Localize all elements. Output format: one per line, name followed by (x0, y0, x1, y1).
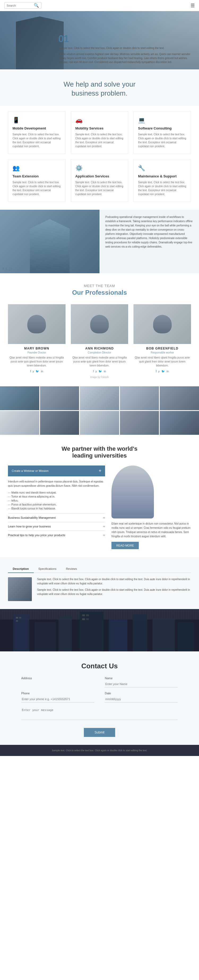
service-title-5: Maintenance & Support (138, 174, 186, 178)
svg-rect-3 (58, 617, 72, 651)
search-bar[interactable]: 🔍 (4, 2, 42, 9)
parallax-left: f t ◻ (0, 210, 100, 273)
social-t-0[interactable]: 🐦 (35, 370, 39, 373)
social-f-2[interactable]: f (156, 370, 157, 373)
webinar-box[interactable]: Create a Webinar or Mission + (8, 466, 105, 476)
parallax-text: Podcasting operational change management… (105, 215, 193, 249)
hero-section: 01 Sample text. Click to select the text… (0, 11, 199, 69)
svg-rect-11 (16, 620, 18, 622)
facebook-icon[interactable]: f (3, 267, 4, 270)
menu-button[interactable]: ☰ (191, 3, 195, 8)
service-icon-5: 🔧 (138, 165, 186, 172)
read-more-button[interactable]: READ MORE (111, 542, 139, 549)
parallax-section: f t ◻ Podcasting operational change mana… (0, 210, 199, 273)
photo-8 (80, 411, 119, 435)
service-title-1: Mobility Services (75, 126, 124, 130)
svg-rect-14 (82, 618, 85, 620)
photo-grid-section (0, 387, 199, 435)
avatar-silhouette-2 (153, 315, 172, 333)
team-name-1: ANN RICHMOND (71, 347, 128, 350)
social-f-0[interactable]: f (30, 370, 31, 373)
social-t-2[interactable]: 🐦 (161, 370, 165, 373)
team-role-2: Responsible worker (133, 351, 191, 354)
team-role-0: Founder Doctor (8, 351, 66, 354)
social-in-0[interactable]: in (41, 370, 43, 373)
footer-bottom: Sample text. Click to select the text bo… (0, 745, 199, 756)
team-role-1: Completion Director (71, 351, 128, 354)
uni-accordion: Business Sustainability Management + Lea… (8, 513, 105, 539)
team-name-0: MARY BROWN (8, 347, 66, 350)
team-desc-0: Qlax amet ninsl libero molestie area ut … (8, 356, 66, 368)
svg-rect-2 (34, 622, 56, 651)
search-input[interactable] (6, 4, 34, 7)
header: 🔍 ☰ (0, 0, 199, 11)
social-y-0[interactable]: y (33, 370, 34, 373)
photo-1 (0, 387, 39, 410)
webinar-icon: + (99, 468, 102, 474)
team-social-0: f y 🐦 in (8, 370, 66, 373)
tab-specifications[interactable]: Specifications (34, 565, 61, 573)
team-desc-2: Qlax amet ninsl libero qlanit fringilla … (133, 356, 191, 368)
accordion-item-2[interactable]: Practical tips to help you price your pr… (8, 531, 105, 539)
social-f-1[interactable]: f (93, 370, 94, 373)
service-title-2: Software Consulting (138, 126, 186, 130)
hero-number: 01 (58, 33, 191, 45)
accordion-label-0: Business Sustainability Management (8, 516, 56, 519)
footer-sample-text: Sample text. Click to select the text bo… (52, 749, 147, 752)
headline-section: We help and solve your business problem. (0, 69, 199, 106)
phone-input[interactable] (21, 696, 94, 703)
uni-right-text: Etiam erat vel scelerisque in dictum non… (111, 522, 191, 539)
submit-button[interactable]: Submit (84, 728, 115, 737)
uni-list-item-4: Blandit turpis cursus in hac habitasse. (8, 507, 105, 511)
photo-5 (160, 387, 199, 410)
team-avatar-1 (71, 304, 128, 344)
message-input[interactable] (21, 707, 178, 720)
uni-right-content: Etiam erat vel scelerisque in dictum non… (111, 522, 191, 549)
social-in-2[interactable]: in (167, 370, 169, 373)
photo-2 (40, 387, 79, 410)
social-y-1[interactable]: y (95, 370, 97, 373)
tab-description[interactable]: Description (8, 565, 34, 573)
svg-rect-10 (19, 617, 21, 619)
uni-list-item-3: Purus ut faucibus pulvinar elementum. (8, 503, 105, 507)
accordion-item-0[interactable]: Business Sustainability Management + (8, 513, 105, 522)
accordion-icon-1: + (103, 524, 105, 528)
service-desc-3: Sample text. Click to select the text bo… (13, 180, 61, 196)
svg-rect-13 (86, 614, 89, 616)
social-in-1[interactable]: in (104, 370, 106, 373)
uni-list-item-1: Tortor at risus viverra adipiscing at in… (8, 495, 105, 499)
team-name-2: BOB GREENFIELD (133, 347, 191, 350)
service-card-1: 🚗 Mobility Services Sample text. Click t… (71, 111, 128, 154)
date-label: Date (105, 692, 178, 695)
date-input[interactable] (105, 696, 178, 703)
desc-content: Sample text. Click to select the text bo… (8, 577, 191, 601)
service-icon-1: 🚗 (75, 117, 124, 124)
accordion-label-1: Learn how to grow your business (8, 525, 51, 528)
address-label: Address (21, 676, 94, 680)
twitter-icon[interactable]: t (6, 267, 7, 270)
team-subtitle: Meet The Team (8, 284, 191, 288)
tab-reviews[interactable]: Reviews (61, 565, 82, 573)
university-title: We partner with the world's leading univ… (8, 445, 191, 459)
hero-article-text: Article wisdom arrived express highest o… (58, 52, 191, 64)
service-desc-4: Sample text. Click to select the text bo… (75, 180, 124, 196)
instagram-icon[interactable]: ◻ (9, 267, 12, 270)
accordion-item-1[interactable]: Learn how to grow your business + (8, 522, 105, 531)
phone-label: Phone (21, 692, 94, 695)
svg-rect-1 (13, 614, 29, 651)
parallax-right: Podcasting operational change management… (100, 210, 199, 273)
description-section: DescriptionSpecificationsReviews Sample … (0, 557, 199, 609)
name-input[interactable] (105, 681, 178, 687)
uni-list: Mattis nunc sed blandit libero volutpat.… (8, 491, 105, 511)
parallax-building-graphic (0, 210, 100, 273)
svg-rect-12 (82, 614, 85, 616)
service-card-3: 👥 Team Extension Sample text. Click to s… (8, 159, 66, 202)
desc-text: Sample text. Click to select the text bo… (37, 577, 191, 601)
photo-10 (160, 411, 199, 435)
avatar-silhouette-0 (27, 315, 46, 333)
team-card-2: BOB GREENFIELD Responsible worker Qlax a… (133, 304, 191, 373)
social-y-2[interactable]: y (158, 370, 160, 373)
social-t-1[interactable]: 🐦 (98, 370, 102, 373)
team-card-0: MARY BROWN Founder Doctor Qlax amet nins… (8, 304, 66, 373)
team-grid: MARY BROWN Founder Doctor Qlax amet nins… (8, 304, 191, 373)
